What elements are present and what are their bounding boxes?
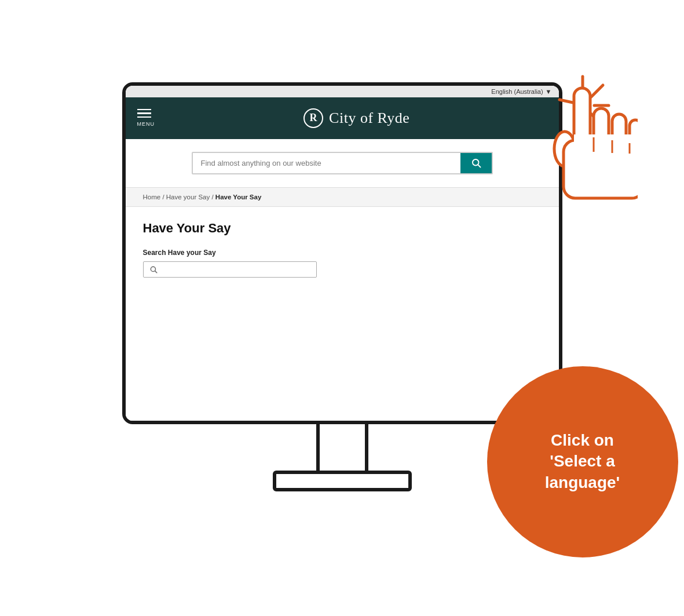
breadcrumb-level2[interactable]: Have your Say bbox=[166, 194, 210, 201]
inner-search-icon bbox=[149, 265, 158, 274]
page-title: Have Your Say bbox=[143, 221, 542, 236]
site-header: MENU R City of Ryde bbox=[126, 97, 559, 139]
menu-label: MENU bbox=[137, 121, 155, 127]
hand-pointer bbox=[522, 76, 649, 239]
monitor-stand-neck bbox=[316, 424, 368, 471]
logo-circle: R bbox=[303, 108, 323, 128]
inner-search-input[interactable] bbox=[161, 265, 288, 274]
breadcrumb-sep-1: / bbox=[162, 194, 164, 201]
breadcrumb-home[interactable]: Home bbox=[143, 194, 161, 201]
svg-line-1 bbox=[478, 165, 480, 167]
main-search-area bbox=[126, 139, 559, 187]
svg-rect-15 bbox=[574, 134, 638, 152]
logo-area: R City of Ryde bbox=[166, 108, 547, 128]
search-icon bbox=[471, 158, 481, 168]
menu-bar-1 bbox=[137, 109, 151, 111]
menu-bar-2 bbox=[137, 112, 151, 114]
search-button[interactable] bbox=[460, 153, 492, 173]
breadcrumb: Home / Have your Say / Have Your Say bbox=[126, 187, 559, 207]
website-content: English (Australia) ▼ MENU R City of Ryd… bbox=[126, 86, 559, 421]
page-content: Have Your Say Search Have your Say bbox=[126, 207, 559, 421]
search-input[interactable] bbox=[193, 153, 460, 173]
breadcrumb-sep-2: / bbox=[211, 194, 213, 201]
menu-button[interactable]: MENU bbox=[137, 109, 155, 127]
orange-circle: Click on'Select alanguage' bbox=[487, 366, 678, 557]
circle-cta-text: Click on'Select alanguage' bbox=[545, 430, 620, 493]
language-bar: English (Australia) ▼ bbox=[126, 86, 559, 97]
search-box bbox=[192, 152, 493, 174]
site-name: City of Ryde bbox=[329, 110, 409, 127]
menu-bar-3 bbox=[137, 116, 151, 118]
pointer-svg bbox=[522, 76, 638, 227]
inner-search-label: Search Have your Say bbox=[143, 249, 542, 257]
inner-search-box[interactable] bbox=[143, 261, 317, 278]
breadcrumb-current: Have Your Say bbox=[215, 194, 261, 201]
svg-line-3 bbox=[155, 271, 156, 272]
monitor-frame: English (Australia) ▼ MENU R City of Ryd… bbox=[122, 82, 562, 424]
monitor-stand-base bbox=[273, 471, 412, 491]
